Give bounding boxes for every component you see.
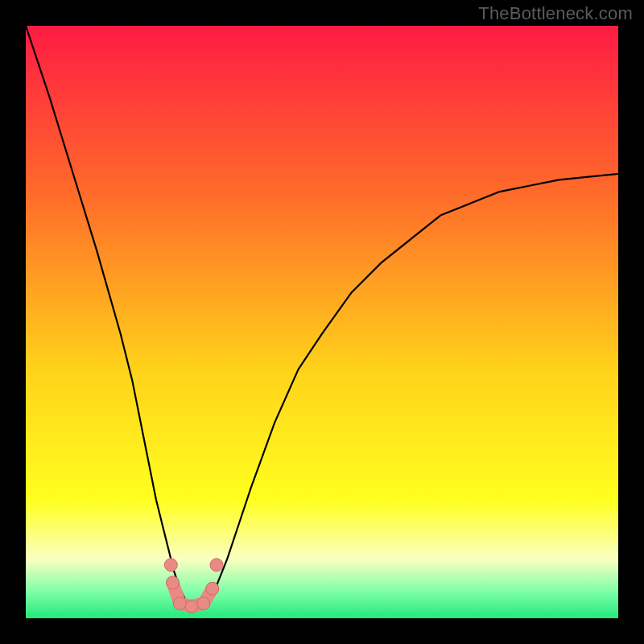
trough-marker-group	[164, 559, 223, 613]
trough-marker	[206, 582, 219, 595]
chart-frame: TheBottleneck.com	[0, 0, 644, 644]
trough-marker	[197, 597, 210, 610]
curve-layer	[26, 26, 618, 618]
plot-area	[26, 26, 618, 618]
trough-marker	[210, 559, 223, 572]
watermark-text: TheBottleneck.com	[478, 3, 633, 24]
trough-marker	[164, 559, 177, 572]
trough-marker	[185, 600, 198, 613]
trough-marker	[167, 576, 180, 589]
bottleneck-curve	[26, 26, 618, 606]
trough-marker	[173, 597, 186, 610]
